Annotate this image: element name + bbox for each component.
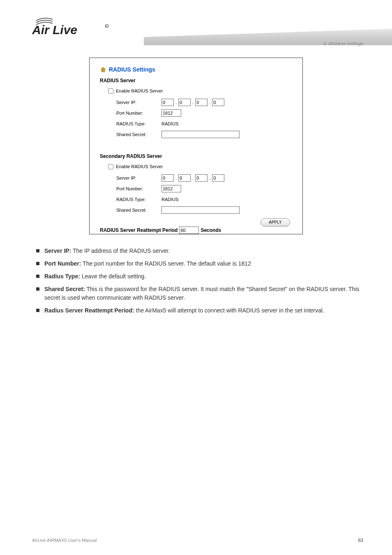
field-description-item: Radius Type: Leave the default setting. bbox=[36, 272, 361, 281]
secondary-ip-3[interactable] bbox=[212, 174, 224, 182]
field-description-item: Server IP: The IP address of the RADIUS … bbox=[36, 247, 361, 255]
primary-ip-0[interactable] bbox=[161, 99, 174, 106]
primary-secret-label: Shared Secret: bbox=[116, 132, 161, 137]
reattempt-input[interactable] bbox=[179, 227, 199, 234]
primary-enable-checkbox[interactable] bbox=[108, 88, 113, 94]
ip-separator: . bbox=[192, 100, 194, 105]
ip-separator: . bbox=[175, 100, 177, 105]
svg-text:Air Live: Air Live bbox=[32, 23, 77, 37]
secondary-port-label: Port Number: bbox=[116, 186, 161, 191]
secondary-secret-label: Shared Secret: bbox=[116, 208, 161, 213]
field-description-text: Radius Type: Leave the default setting. bbox=[44, 272, 146, 281]
primary-secret-input[interactable] bbox=[161, 131, 240, 138]
bullet-icon bbox=[36, 249, 39, 252]
secondary-enable-checkbox[interactable] bbox=[108, 164, 113, 169]
chapter-label: 4. Wireless Settings bbox=[323, 41, 363, 46]
field-description-text: Radius Server Reattempt Period: the AirM… bbox=[44, 306, 324, 315]
secondary-type-value: RADIUS bbox=[161, 197, 179, 202]
field-description-text: Shared Secret: This is the password for … bbox=[44, 285, 361, 302]
footer-text: AirLive AIRMAX5 User's Manual bbox=[32, 538, 97, 543]
secondary-ip-1[interactable] bbox=[178, 174, 191, 182]
field-description-text: Server IP: The IP address of the RADIUS … bbox=[44, 247, 170, 255]
secondary-type-label: RADIUS Type: bbox=[116, 197, 161, 202]
secondary-enable-label: Enable RADIUS Server bbox=[116, 164, 163, 169]
ip-separator: . bbox=[175, 176, 177, 180]
secondary-ip-0[interactable] bbox=[161, 174, 174, 182]
primary-ip-label: Server IP: bbox=[116, 100, 161, 105]
field-description-text: Port Number: The port number for the RAD… bbox=[44, 259, 251, 268]
field-description-item: Radius Server Reattempt Period: the AirM… bbox=[36, 306, 361, 315]
reattempt-label-pre: RADIUS Server Reattempt Period bbox=[100, 227, 178, 233]
bullet-icon bbox=[36, 262, 39, 265]
reattempt-label-post: Seconds bbox=[201, 227, 221, 233]
secondary-ip-2[interactable] bbox=[195, 174, 208, 182]
field-description-item: Port Number: The port number for the RAD… bbox=[36, 259, 361, 268]
svg-text:R: R bbox=[106, 25, 108, 28]
ip-separator: . bbox=[209, 100, 210, 105]
secondary-ip-label: Server IP: bbox=[116, 176, 161, 180]
secondary-port-input[interactable] bbox=[161, 185, 181, 192]
brand-logo: Air Live R bbox=[32, 14, 110, 37]
primary-type-value: RADIUS bbox=[161, 121, 179, 126]
secondary-secret-input[interactable] bbox=[161, 206, 240, 214]
primary-ip-2[interactable] bbox=[195, 99, 208, 106]
page-number: 63 bbox=[358, 538, 363, 543]
home-icon bbox=[100, 66, 106, 73]
field-descriptions: Server IP: The IP address of the RADIUS … bbox=[32, 247, 361, 319]
bullet-icon bbox=[36, 275, 39, 278]
bullet-icon bbox=[36, 287, 39, 291]
bullet-icon bbox=[36, 309, 39, 312]
primary-type-label: RADIUS Type: bbox=[116, 121, 161, 126]
field-description-item: Shared Secret: This is the password for … bbox=[36, 285, 361, 302]
panel-title: RADIUS Settings bbox=[109, 66, 155, 73]
radius-settings-panel: RADIUS Settings RADIUS Server Enable RAD… bbox=[89, 58, 303, 234]
ip-separator: . bbox=[209, 176, 210, 180]
ip-separator: . bbox=[192, 176, 194, 180]
primary-port-label: Port Number: bbox=[116, 111, 161, 116]
primary-port-input[interactable] bbox=[161, 109, 181, 117]
secondary-heading: Secondary RADIUS Server bbox=[100, 153, 292, 159]
primary-enable-label: Enable RADIUS Server bbox=[116, 88, 163, 93]
primary-ip-3[interactable] bbox=[212, 99, 224, 106]
primary-ip-1[interactable] bbox=[178, 99, 191, 106]
apply-button[interactable]: APPLY bbox=[261, 218, 290, 227]
primary-heading: RADIUS Server bbox=[100, 78, 292, 83]
